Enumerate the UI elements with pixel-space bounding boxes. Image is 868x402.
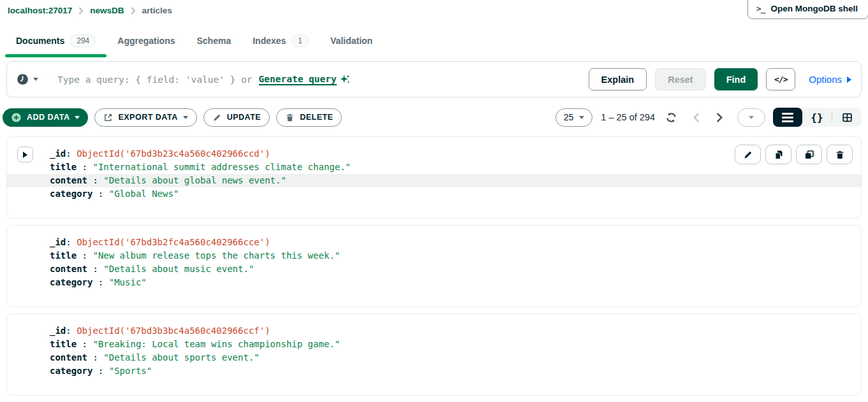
list-view-icon: [782, 113, 793, 122]
field-value: "Details about sports event.": [103, 352, 259, 363]
field-key: _id: [50, 148, 66, 159]
breadcrumb-database[interactable]: newsDB: [90, 6, 124, 15]
options-label: Options: [809, 74, 842, 85]
triangle-right-icon: [847, 76, 851, 83]
document-field[interactable]: content : "Details about global news eve…: [7, 174, 861, 187]
field-value: "International summit addresses climate …: [92, 162, 351, 172]
query-bar: Type a query: { field: 'value' } or Gene…: [6, 61, 862, 97]
field-separator: :: [87, 175, 103, 185]
document-field[interactable]: _id: ObjectId('67bd3b23c4a560c402966ccd'…: [7, 147, 861, 161]
shell-button-label: Open MongoDB shell: [771, 4, 858, 13]
document-field[interactable]: _id: ObjectId('67bd3b3bc4a560c402966ccf'…: [7, 324, 861, 338]
document-card[interactable]: _id: ObjectId('67bd3b2fc4a560c402966cce'…: [6, 225, 862, 307]
copy-document-button[interactable]: [765, 145, 791, 164]
tab-label: Aggregations: [117, 36, 175, 46]
tab-label: Schema: [197, 36, 232, 46]
previous-page-button[interactable]: [691, 112, 702, 123]
document-field[interactable]: category : "Music": [7, 276, 861, 289]
explain-button[interactable]: Explain: [589, 68, 647, 90]
chevron-right-icon: [714, 112, 725, 123]
chevron-right-icon: [78, 7, 84, 15]
export-data-button[interactable]: EXPORT DATA: [94, 108, 196, 127]
document-field[interactable]: content : "Details about music event.": [7, 262, 861, 276]
tab-schema[interactable]: Schema: [186, 28, 242, 57]
trash-icon: [285, 113, 295, 122]
clone-icon: [804, 150, 814, 160]
tab-label: Indexes: [253, 36, 286, 46]
terminal-icon: >_: [756, 4, 765, 13]
list-view-button[interactable]: [773, 108, 802, 127]
field-value: "Details about global news event.": [103, 175, 286, 185]
copy-icon: [774, 150, 784, 160]
view-switcher: {}: [773, 108, 862, 127]
document-card[interactable]: _id: ObjectId('67bd3b3bc4a560c402966ccf'…: [6, 313, 862, 396]
expand-collapse-dropdown[interactable]: [737, 108, 765, 127]
field-value: "Breaking: Local team wins championship …: [92, 339, 340, 349]
refresh-button[interactable]: [665, 111, 677, 124]
toggle-query-code-button[interactable]: </>: [766, 68, 795, 90]
sparkle-icon: [339, 74, 351, 85]
field-key: title: [50, 339, 77, 349]
find-button[interactable]: Find: [714, 68, 758, 90]
tab-indexes[interactable]: Indexes 1: [242, 28, 320, 57]
add-data-button[interactable]: ADD DATA: [3, 108, 88, 127]
document-field[interactable]: title : "New album release tops the char…: [7, 249, 861, 262]
document-field[interactable]: category : "Global News": [7, 187, 861, 201]
field-key: _id: [50, 326, 66, 336]
query-history-button[interactable]: [17, 73, 38, 85]
query-placeholder: Type a query: { field: 'value' } or: [57, 75, 253, 85]
edit-document-button[interactable]: [735, 145, 761, 164]
chevron-right-icon: [130, 7, 136, 15]
delete-document-button[interactable]: [827, 145, 853, 164]
chevron-down-icon: [749, 116, 754, 119]
open-mongodb-shell-button[interactable]: >_ Open MongoDB shell: [747, 0, 868, 19]
document-field[interactable]: title : "Breaking: Local team wins champ…: [7, 338, 861, 351]
field-separator: :: [77, 250, 92, 261]
chevron-down-icon: [183, 116, 188, 119]
field-separator: :: [77, 339, 92, 349]
field-key: content: [50, 175, 87, 185]
export-icon: [103, 113, 113, 122]
field-value: ObjectId('67bd3b23c4a560c402966ccd'): [77, 148, 270, 159]
document-actions: [735, 145, 853, 164]
json-view-button[interactable]: {}: [802, 108, 832, 127]
generate-query-link[interactable]: Generate query: [259, 74, 337, 85]
options-toggle[interactable]: Options: [809, 74, 851, 85]
page-size-select[interactable]: 25: [555, 108, 593, 127]
field-value: "Sports": [109, 366, 152, 376]
breadcrumb-connection[interactable]: localhost:27017: [8, 6, 72, 15]
field-key: category: [50, 277, 92, 287]
update-button[interactable]: UPDATE: [203, 108, 270, 127]
field-separator: :: [77, 162, 92, 172]
tab-documents[interactable]: Documents 294: [5, 28, 107, 57]
document-field[interactable]: content : "Details about sports event.": [7, 351, 861, 364]
field-separator: :: [66, 148, 77, 159]
expand-document-button[interactable]: [17, 147, 33, 162]
table-view-button[interactable]: [832, 108, 862, 127]
reset-button[interactable]: Reset: [655, 68, 706, 90]
field-key: title: [50, 162, 77, 172]
pagination-controls: 25 1 – 25 of 294 {}: [555, 108, 862, 127]
query-input[interactable]: Type a query: { field: 'value' } or Gene…: [57, 74, 351, 85]
tab-validation[interactable]: Validation: [320, 28, 383, 57]
document-field[interactable]: category : "Sports": [7, 364, 861, 378]
export-data-label: EXPORT DATA: [118, 113, 177, 122]
plus-circle-icon: [11, 112, 22, 123]
field-key: content: [50, 264, 87, 274]
document-field[interactable]: title : "International summit addresses …: [7, 161, 861, 174]
triangle-right-icon: [23, 152, 27, 158]
field-value: "Global News": [109, 189, 179, 199]
document-card[interactable]: _id: ObjectId('67bd3b23c4a560c402966ccd'…: [6, 136, 862, 219]
document-field[interactable]: _id: ObjectId('67bd3b2fc4a560c402966cce'…: [7, 236, 861, 249]
documents-toolbar: ADD DATA EXPORT DATA UPDATE DELETE 25 1 …: [3, 108, 862, 127]
clock-icon: [17, 73, 29, 85]
tab-aggregations[interactable]: Aggregations: [107, 28, 186, 57]
field-key: title: [50, 250, 77, 261]
field-value: ObjectId('67bd3b3bc4a560c402966ccf'): [77, 326, 270, 336]
table-view-icon: [842, 112, 853, 123]
delete-button[interactable]: DELETE: [276, 108, 342, 127]
next-page-button[interactable]: [714, 112, 725, 123]
document-list: _id: ObjectId('67bd3b23c4a560c402966ccd'…: [6, 136, 862, 396]
clone-document-button[interactable]: [796, 145, 822, 164]
field-separator: :: [87, 352, 103, 363]
